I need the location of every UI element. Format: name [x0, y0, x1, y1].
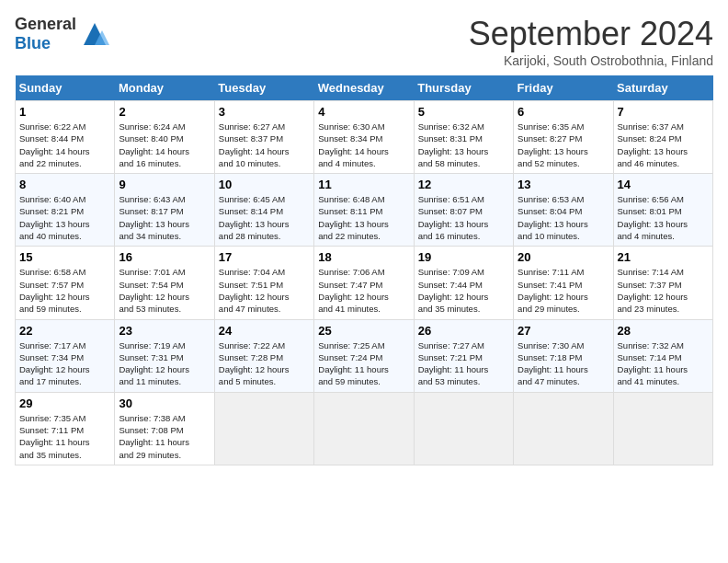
day-info: Sunrise: 6:24 AM Sunset: 8:40 PM Dayligh… [119, 121, 210, 169]
day-header-row: SundayMondayTuesdayWednesdayThursdayFrid… [16, 75, 713, 101]
day-number: 8 [19, 178, 110, 191]
day-header-monday: Monday [115, 75, 214, 101]
day-info: Sunrise: 7:19 AM Sunset: 7:31 PM Dayligh… [119, 339, 210, 388]
day-number: 18 [318, 250, 409, 264]
calendar-cell: 18Sunrise: 7:06 AM Sunset: 7:47 PM Dayli… [314, 247, 414, 319]
day-number: 11 [318, 178, 409, 191]
calendar-cell: 11Sunrise: 6:48 AM Sunset: 8:11 PM Dayli… [314, 174, 414, 247]
day-info: Sunrise: 6:30 AM Sunset: 8:34 PM Dayligh… [318, 121, 409, 169]
day-number: 5 [418, 105, 509, 119]
calendar-cell [314, 392, 414, 465]
day-number: 1 [19, 105, 110, 119]
calendar-week-3: 15Sunrise: 6:58 AM Sunset: 7:57 PM Dayli… [16, 247, 713, 319]
day-number: 2 [119, 105, 210, 119]
calendar-cell: 16Sunrise: 7:01 AM Sunset: 7:54 PM Dayli… [115, 247, 214, 319]
calendar-cell [414, 392, 513, 465]
day-number: 27 [518, 324, 609, 338]
month-title: September 2024 [469, 15, 713, 53]
calendar-cell: 3Sunrise: 6:27 AM Sunset: 8:37 PM Daylig… [214, 101, 313, 174]
calendar-week-4: 22Sunrise: 7:17 AM Sunset: 7:34 PM Dayli… [16, 319, 713, 392]
page-header: General Blue September 2024 Karijoki, So… [15, 15, 713, 68]
day-info: Sunrise: 6:35 AM Sunset: 8:27 PM Dayligh… [518, 121, 609, 169]
day-info: Sunrise: 7:32 AM Sunset: 7:14 PM Dayligh… [618, 339, 709, 388]
day-header-thursday: Thursday [414, 75, 513, 101]
day-number: 30 [119, 396, 210, 410]
calendar-cell [514, 392, 613, 465]
logo-text: General Blue [15, 15, 76, 53]
day-number: 20 [518, 250, 609, 264]
day-info: Sunrise: 6:32 AM Sunset: 8:31 PM Dayligh… [418, 121, 509, 169]
logo: General Blue [15, 15, 109, 53]
calendar-cell: 1Sunrise: 6:22 AM Sunset: 8:44 PM Daylig… [16, 101, 115, 174]
day-header-tuesday: Tuesday [214, 75, 313, 101]
calendar-cell: 23Sunrise: 7:19 AM Sunset: 7:31 PM Dayli… [115, 319, 214, 392]
day-number: 3 [219, 105, 310, 119]
day-info: Sunrise: 7:27 AM Sunset: 7:21 PM Dayligh… [418, 339, 509, 388]
day-header-wednesday: Wednesday [314, 75, 414, 101]
calendar-table: SundayMondayTuesdayWednesdayThursdayFrid… [15, 75, 713, 465]
logo-blue: Blue [15, 34, 51, 52]
day-info: Sunrise: 7:06 AM Sunset: 7:47 PM Dayligh… [318, 266, 409, 315]
day-number: 26 [418, 324, 509, 338]
day-number: 13 [518, 178, 609, 191]
calendar-cell: 27Sunrise: 7:30 AM Sunset: 7:18 PM Dayli… [514, 319, 613, 392]
calendar-cell [613, 392, 712, 465]
calendar-week-1: 1Sunrise: 6:22 AM Sunset: 8:44 PM Daylig… [16, 101, 713, 174]
day-info: Sunrise: 7:09 AM Sunset: 7:44 PM Dayligh… [418, 266, 509, 315]
calendar-cell: 6Sunrise: 6:35 AM Sunset: 8:27 PM Daylig… [514, 101, 613, 174]
calendar-cell: 5Sunrise: 6:32 AM Sunset: 8:31 PM Daylig… [414, 101, 513, 174]
calendar-cell: 19Sunrise: 7:09 AM Sunset: 7:44 PM Dayli… [414, 247, 513, 319]
day-info: Sunrise: 6:58 AM Sunset: 7:57 PM Dayligh… [19, 266, 110, 315]
logo-icon [80, 19, 109, 49]
day-info: Sunrise: 7:04 AM Sunset: 7:51 PM Dayligh… [219, 266, 310, 315]
calendar-cell: 25Sunrise: 7:25 AM Sunset: 7:24 PM Dayli… [314, 319, 414, 392]
calendar-cell: 2Sunrise: 6:24 AM Sunset: 8:40 PM Daylig… [115, 101, 214, 174]
day-info: Sunrise: 7:17 AM Sunset: 7:34 PM Dayligh… [19, 339, 110, 388]
calendar-cell: 17Sunrise: 7:04 AM Sunset: 7:51 PM Dayli… [214, 247, 313, 319]
calendar-cell: 14Sunrise: 6:56 AM Sunset: 8:01 PM Dayli… [613, 174, 712, 247]
day-number: 28 [618, 324, 709, 338]
calendar-cell: 30Sunrise: 7:38 AM Sunset: 7:08 PM Dayli… [115, 392, 214, 465]
day-info: Sunrise: 6:40 AM Sunset: 8:21 PM Dayligh… [19, 193, 110, 242]
day-number: 15 [19, 250, 110, 264]
day-info: Sunrise: 7:25 AM Sunset: 7:24 PM Dayligh… [318, 339, 409, 388]
day-info: Sunrise: 6:48 AM Sunset: 8:11 PM Dayligh… [318, 193, 409, 242]
day-number: 29 [19, 396, 110, 410]
calendar-cell: 15Sunrise: 6:58 AM Sunset: 7:57 PM Dayli… [16, 247, 115, 319]
day-number: 7 [618, 105, 709, 119]
calendar-cell: 13Sunrise: 6:53 AM Sunset: 8:04 PM Dayli… [514, 174, 613, 247]
day-number: 10 [219, 178, 310, 191]
calendar-cell: 26Sunrise: 7:27 AM Sunset: 7:21 PM Dayli… [414, 319, 513, 392]
day-info: Sunrise: 6:43 AM Sunset: 8:17 PM Dayligh… [119, 193, 210, 242]
day-info: Sunrise: 6:37 AM Sunset: 8:24 PM Dayligh… [618, 121, 709, 169]
day-info: Sunrise: 7:30 AM Sunset: 7:18 PM Dayligh… [518, 339, 609, 388]
day-info: Sunrise: 6:45 AM Sunset: 8:14 PM Dayligh… [219, 193, 310, 242]
calendar-cell: 22Sunrise: 7:17 AM Sunset: 7:34 PM Dayli… [16, 319, 115, 392]
day-info: Sunrise: 6:22 AM Sunset: 8:44 PM Dayligh… [19, 121, 110, 169]
day-header-saturday: Saturday [613, 75, 712, 101]
calendar-cell: 9Sunrise: 6:43 AM Sunset: 8:17 PM Daylig… [115, 174, 214, 247]
day-number: 16 [119, 250, 210, 264]
day-number: 17 [219, 250, 310, 264]
day-info: Sunrise: 7:22 AM Sunset: 7:28 PM Dayligh… [219, 339, 310, 388]
day-info: Sunrise: 6:53 AM Sunset: 8:04 PM Dayligh… [518, 193, 609, 242]
day-number: 14 [618, 178, 709, 191]
calendar-week-5: 29Sunrise: 7:35 AM Sunset: 7:11 PM Dayli… [16, 392, 713, 465]
day-number: 19 [418, 250, 509, 264]
day-number: 24 [219, 324, 310, 338]
day-number: 9 [119, 178, 210, 191]
day-number: 25 [318, 324, 409, 338]
day-info: Sunrise: 6:27 AM Sunset: 8:37 PM Dayligh… [219, 121, 310, 169]
calendar-cell: 7Sunrise: 6:37 AM Sunset: 8:24 PM Daylig… [613, 101, 712, 174]
calendar-cell: 28Sunrise: 7:32 AM Sunset: 7:14 PM Dayli… [613, 319, 712, 392]
day-number: 23 [119, 324, 210, 338]
day-header-friday: Friday [514, 75, 613, 101]
calendar-week-2: 8Sunrise: 6:40 AM Sunset: 8:21 PM Daylig… [16, 174, 713, 247]
calendar-cell [214, 392, 313, 465]
day-number: 4 [318, 105, 409, 119]
day-number: 12 [418, 178, 509, 191]
calendar-cell: 12Sunrise: 6:51 AM Sunset: 8:07 PM Dayli… [414, 174, 513, 247]
day-info: Sunrise: 7:11 AM Sunset: 7:41 PM Dayligh… [518, 266, 609, 315]
day-info: Sunrise: 7:01 AM Sunset: 7:54 PM Dayligh… [119, 266, 210, 315]
day-number: 6 [518, 105, 609, 119]
